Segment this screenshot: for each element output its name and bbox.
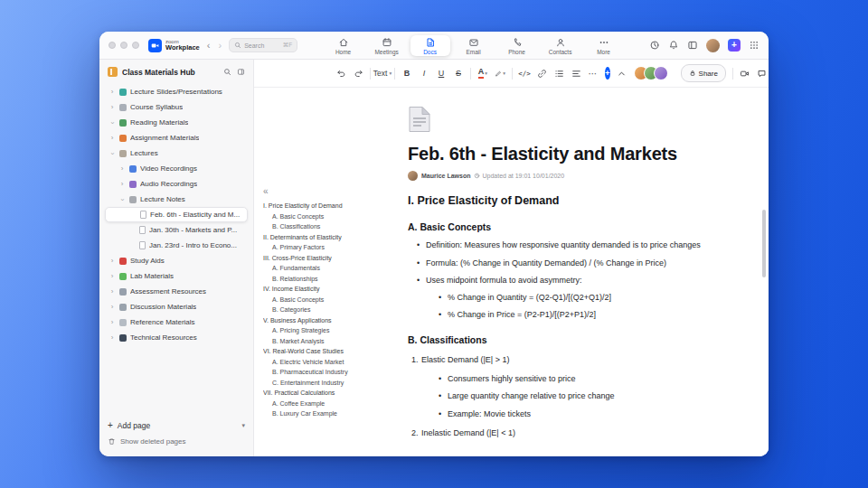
chevron-icon[interactable] [108, 273, 116, 280]
start-video-button[interactable] [740, 65, 750, 81]
add-page-button[interactable]: + Add page ▾ [108, 418, 245, 434]
collapse-outline-icon[interactable]: « [263, 187, 401, 196]
doc-block[interactable]: •% Change in Quantity = (Q2-Q1)/[(Q2+Q1)… [408, 293, 708, 304]
sidebar-tree-item[interactable]: Technical Resources [105, 330, 248, 345]
document-title[interactable]: Feb. 6th - Elasticity and Markets [408, 144, 708, 164]
tab-contacts[interactable]: Contacts [541, 35, 580, 56]
bell-icon[interactable] [668, 40, 679, 51]
doc-block[interactable]: •Consumers highly sensitive to price [408, 374, 708, 385]
sidebar-tree-item[interactable]: Reading Materials [105, 115, 248, 130]
doc-block[interactable]: B. Classifications [408, 334, 708, 347]
outline-item[interactable]: I. Price Elasticity of Demand [263, 201, 401, 211]
chevron-icon[interactable] [118, 196, 126, 203]
outline-item[interactable]: A. Coffee Example [263, 399, 401, 409]
sidebar-tree-item[interactable]: Lecture Slides/Presentations [105, 84, 248, 99]
outline-item[interactable]: B. Pharmaceutical Industry [263, 367, 401, 378]
doc-block[interactable]: 1.Elastic Demand (|E| > 1) [408, 355, 708, 366]
sidebar-tree-item[interactable]: Study Aids [105, 253, 248, 268]
panel-toggle-icon[interactable] [687, 40, 698, 51]
bold-button[interactable]: B [401, 65, 412, 81]
sidebar-tree-item[interactable]: Discussion Materials [105, 299, 248, 314]
underline-button[interactable]: U [436, 65, 447, 81]
doc-block[interactable]: 2.Inelastic Demand (|E| < 1) [408, 428, 708, 439]
insert-block-button[interactable]: + [605, 67, 610, 80]
doc-block[interactable]: •Formula: (% Change in Quantity Demanded… [408, 258, 708, 269]
outline-item[interactable]: II. Determinants of Elasticity [263, 232, 401, 243]
outline-item[interactable]: A. Fundamentals [263, 263, 401, 274]
chevron-icon[interactable] [108, 288, 116, 296]
outline-item[interactable]: B. Relationships [263, 274, 401, 285]
back-button[interactable]: ‹ [207, 41, 211, 51]
outline-item[interactable]: VII. Practical Calculations [263, 388, 401, 399]
italic-button[interactable]: I [419, 65, 429, 81]
maximize-button[interactable] [132, 42, 139, 49]
outline-item[interactable]: A. Basic Concepts [263, 295, 401, 305]
outline-item[interactable]: A. Primary Factors [263, 242, 401, 253]
outline-item[interactable]: V. Business Applications [263, 315, 401, 326]
comments-button[interactable] [757, 65, 768, 81]
doc-block[interactable]: •Large quantity change relative to price… [408, 391, 708, 402]
doc-block[interactable]: •Definition: Measures how responsive qua… [408, 240, 708, 251]
outline-item[interactable]: B. Categories [263, 305, 401, 315]
document-page-icon[interactable] [408, 106, 708, 133]
forward-button[interactable]: › [218, 41, 222, 51]
collapse-sidebar-icon[interactable] [237, 68, 245, 76]
global-search-input[interactable]: Search ⌘F [229, 38, 297, 52]
show-deleted-pages-button[interactable]: Show deleted pages [108, 434, 245, 448]
minimize-button[interactable] [120, 42, 127, 49]
add-page-chevron-icon[interactable]: ▾ [241, 422, 245, 429]
collaborator-avatar[interactable] [654, 66, 668, 80]
sidebar-tree-item[interactable]: Course Syllabus [105, 99, 248, 115]
clock-icon[interactable] [649, 40, 660, 51]
outline-item[interactable]: III. Cross-Price Elasticity [263, 253, 401, 264]
sidebar-tree-item[interactable]: Jan. 23rd - Intro to Econo... [105, 238, 248, 253]
chevron-icon[interactable] [108, 135, 116, 142]
ai-companion-plus-button[interactable]: + [728, 39, 741, 52]
apps-grid-icon[interactable] [749, 40, 760, 51]
outline-item[interactable]: A. Pricing Strategies [263, 325, 401, 336]
user-avatar[interactable] [706, 39, 720, 52]
outline-item[interactable]: C. Entertainment Industry [263, 378, 401, 389]
doc-block[interactable]: •Example: Movie tickets [408, 409, 708, 420]
outline-item[interactable]: IV. Income Elasticity [263, 284, 401, 295]
sidebar-tree-item[interactable]: Reference Materials [105, 314, 248, 330]
tab-phone[interactable]: Phone [497, 35, 537, 56]
tab-more[interactable]: More [584, 35, 624, 56]
chevron-icon[interactable] [108, 304, 116, 311]
chevron-icon[interactable] [108, 119, 116, 127]
text-style-dropdown[interactable]: Text ▾ [377, 65, 388, 81]
undo-button[interactable] [335, 65, 346, 81]
alignment-button[interactable] [571, 65, 581, 81]
outline-item[interactable]: A. Electric Vehicle Market [263, 357, 401, 368]
sidebar-search-icon[interactable] [223, 68, 231, 76]
tab-email[interactable]: Email [454, 35, 494, 56]
text-color-dropdown[interactable]: A ▾ [477, 65, 488, 81]
collapse-toolbar-button[interactable] [617, 65, 627, 81]
sidebar-tree-item[interactable]: Assessment Resources [105, 284, 248, 299]
doc-block[interactable]: I. Price Elasticity of Demand [408, 193, 708, 208]
code-button[interactable]: </> [519, 65, 530, 81]
chevron-icon[interactable] [108, 104, 116, 111]
share-button[interactable]: Share [681, 64, 726, 82]
sidebar-tree-item[interactable]: Assignment Materials [105, 130, 248, 145]
chevron-icon[interactable] [108, 334, 116, 342]
chevron-icon[interactable] [118, 165, 126, 173]
chevron-icon[interactable] [108, 89, 116, 96]
outline-item[interactable]: VI. Real-World Case Studies [263, 346, 401, 357]
chevron-icon[interactable] [108, 258, 116, 265]
sidebar-tree-item[interactable]: Lectures [105, 145, 248, 161]
doc-block[interactable]: •Uses midpoint formula to avoid asymmetr… [408, 276, 708, 286]
sidebar-tree-item[interactable]: Audio Recordings [105, 176, 248, 192]
bullet-list-button[interactable] [553, 65, 564, 81]
sidebar-tree-item[interactable]: Video Recordings [105, 161, 248, 176]
toolbar-more-button[interactable]: ⋯ [588, 65, 599, 81]
outline-item[interactable]: B. Classifications [263, 221, 401, 232]
redo-button[interactable] [353, 65, 363, 81]
scrollbar-thumb[interactable] [762, 210, 766, 277]
tab-home[interactable]: Home [324, 35, 363, 56]
tab-docs[interactable]: Docs [410, 35, 450, 56]
outline-item[interactable]: B. Market Analysis [263, 336, 401, 347]
outline-item[interactable]: A. Basic Concepts [263, 211, 401, 222]
doc-block[interactable]: •% Change in Price = (P2-P1)/[(P2+P1)/2] [408, 310, 708, 321]
chevron-icon[interactable] [108, 150, 116, 157]
